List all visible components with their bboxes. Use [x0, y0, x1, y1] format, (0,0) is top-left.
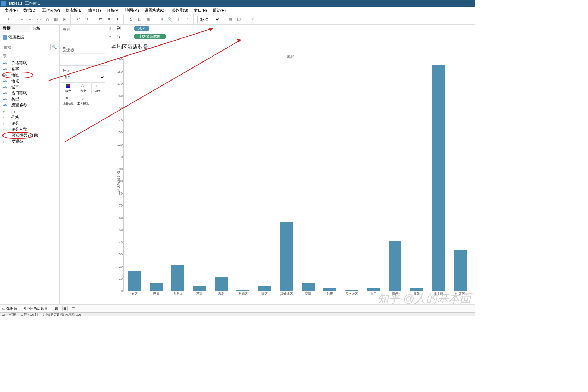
field-度量名称[interactable]: Abc度量名称	[1, 102, 58, 108]
undo-button[interactable]: ↶	[74, 16, 82, 23]
chart-plot[interactable]: 东区观塘九龙城葵青离岛罗湖区南区其他地区荃湾沙田深水埗区屯门湾仔元朗油尖旺中西区	[123, 59, 471, 291]
field-type-icon: #	[3, 122, 9, 125]
field-label: 地点	[11, 78, 19, 84]
bar-label: 屯门	[370, 292, 377, 296]
pages-shelf[interactable]	[61, 33, 105, 43]
field-类型[interactable]: Abc类型	[1, 96, 58, 102]
show-labels-button[interactable]: ▤	[227, 16, 234, 23]
bar-荃湾[interactable]: 荃湾	[298, 59, 319, 291]
field-热门等级[interactable]: Abc热门等级	[1, 90, 58, 96]
field-type-icon: #	[3, 128, 9, 131]
marks-type-select[interactable]: 自动	[61, 74, 105, 81]
datasource-tab[interactable]: ▭ 数据源	[2, 306, 17, 311]
field-评分人数[interactable]: #评分人数	[1, 126, 58, 132]
menu-file[interactable]: 文件(F)	[2, 7, 20, 14]
field-城市[interactable]: Abc城市	[1, 84, 58, 90]
sort-asc-button[interactable]: ⬆	[105, 16, 113, 23]
bar-湾仔[interactable]: 湾仔	[384, 59, 406, 291]
presentation-button[interactable]: ▢	[235, 16, 243, 23]
bar-葵青[interactable]: 葵青	[189, 59, 210, 291]
new-dashboard-button[interactable]: ▦	[62, 306, 68, 311]
save-button[interactable]: ▭	[35, 16, 43, 23]
field-价格等级[interactable]: Abc价格等级	[1, 60, 58, 66]
attach-button[interactable]: 📎	[166, 16, 174, 23]
duplicate-button[interactable]: ⎘	[60, 16, 68, 23]
field-地点[interactable]: Abc地点	[1, 78, 58, 84]
field-label: 评分人数	[11, 127, 27, 132]
menu-dashboard[interactable]: 仪表板(B)	[63, 7, 86, 14]
fit-mode-select[interactable]: 标准	[197, 16, 220, 23]
field-价格[interactable]: #价格	[1, 114, 58, 120]
rows-pill-count[interactable]: 计数(酒店数据)	[134, 34, 166, 39]
rows-shelf[interactable]: ≡ 行 计数(酒店数据)	[107, 32, 475, 40]
menu-data[interactable]: 数据(D)	[20, 7, 39, 14]
bar-罗湖区[interactable]: 罗湖区	[232, 59, 254, 291]
mark-size[interactable]: ◯大小	[76, 82, 90, 94]
swap-button[interactable]: ⇄	[96, 16, 104, 23]
new-worksheet-button[interactable]: ⊞	[54, 306, 59, 311]
columns-pill-region[interactable]: 地区	[134, 26, 149, 31]
bar-屯门[interactable]: 屯门	[363, 59, 384, 291]
group-button[interactable]: ◫	[136, 16, 143, 23]
menu-story[interactable]: 故事(T)	[86, 7, 104, 14]
field-type-icon: Abc	[3, 91, 9, 95]
menu-format[interactable]: 设置格式(O)	[142, 7, 169, 14]
search-input[interactable]	[2, 44, 51, 50]
datasource-name[interactable]: 酒店数据	[0, 32, 59, 42]
tableau-icon[interactable]: ✦	[4, 16, 12, 23]
chart-title[interactable]: 各地区酒店数量	[111, 42, 471, 54]
new-sheet-button[interactable]: ▥	[52, 16, 60, 23]
bar-离岛[interactable]: 离岛	[211, 59, 232, 291]
menu-server[interactable]: 服务器(S)	[169, 7, 191, 14]
mark-detail[interactable]: ⊞详细信息	[61, 95, 75, 107]
field-label: 地区	[11, 72, 19, 78]
pin-button[interactable]: ☆	[183, 16, 191, 23]
bar-深水埗区[interactable]: 深水埗区	[341, 59, 362, 291]
bar-九龙城[interactable]: 九龙城	[167, 59, 189, 291]
mark-tooltip[interactable]: 💬工具提示	[76, 95, 90, 107]
filters-shelf-label: 筛选器	[61, 47, 105, 53]
bar-观塘[interactable]: 观塘	[145, 59, 167, 291]
menu-analysis[interactable]: 分析(A)	[104, 7, 123, 14]
field-type-icon: Abc	[3, 67, 9, 71]
new-datasource-button[interactable]: ⎙	[43, 16, 51, 23]
field-F1[interactable]: #F1	[1, 109, 58, 114]
field-评分[interactable]: #评分	[1, 120, 58, 126]
mark-label[interactable]: T标签	[91, 82, 105, 94]
back-button[interactable]: ←	[18, 16, 26, 23]
tab-analytics[interactable]: 分析	[30, 25, 59, 32]
bar-油尖旺[interactable]: 油尖旺	[428, 59, 449, 291]
highlight-button[interactable]: ✎	[158, 16, 166, 23]
totals-button[interactable]: Σ	[127, 16, 135, 23]
text-button[interactable]: T	[175, 16, 183, 23]
menu-help[interactable]: 帮助(H)	[210, 7, 229, 14]
search-icon[interactable]: 🔍	[52, 45, 57, 49]
columns-shelf[interactable]: ⦀ 列 地区	[107, 25, 475, 32]
show-me-button[interactable]: ▦	[144, 16, 152, 23]
field-type-icon: #	[3, 116, 9, 119]
menu-map[interactable]: 地图(M)	[122, 7, 142, 14]
field-酒店数据 (计数)[interactable]: #酒店数据 (计数)	[1, 132, 58, 138]
new-story-button[interactable]: ◫	[71, 306, 76, 311]
rows-label: 行	[117, 34, 131, 39]
field-地区[interactable]: Abc地区	[1, 72, 58, 78]
bar-沙田[interactable]: 沙田	[319, 59, 341, 291]
bar-其他地区[interactable]: 其他地区	[276, 59, 297, 291]
tab-data[interactable]: 数据	[0, 25, 30, 32]
filters-shelf[interactable]	[61, 53, 105, 64]
bar-中西区[interactable]: 中西区	[449, 59, 471, 291]
field-度量值[interactable]: #度量值	[1, 138, 58, 144]
forward-button[interactable]: →	[27, 16, 34, 23]
field-名字[interactable]: Abc名字	[1, 66, 58, 72]
menu-window[interactable]: 窗口(N)	[191, 7, 210, 14]
sheet-tab-1[interactable]: 各地区酒店数量	[20, 305, 51, 312]
mark-color[interactable]: 颜色	[61, 82, 75, 94]
bar-南区[interactable]: 南区	[254, 59, 276, 291]
field-label: 价格等级	[11, 60, 27, 66]
redo-button[interactable]: ↷	[83, 16, 90, 23]
menu-worksheet[interactable]: 工作表(W)	[39, 7, 63, 14]
sort-desc-button[interactable]: ⬇	[113, 16, 121, 23]
bar-东区[interactable]: 东区	[124, 59, 145, 291]
bar-元朗[interactable]: 元朗	[406, 59, 428, 291]
share-button[interactable]: ∝	[249, 16, 257, 23]
